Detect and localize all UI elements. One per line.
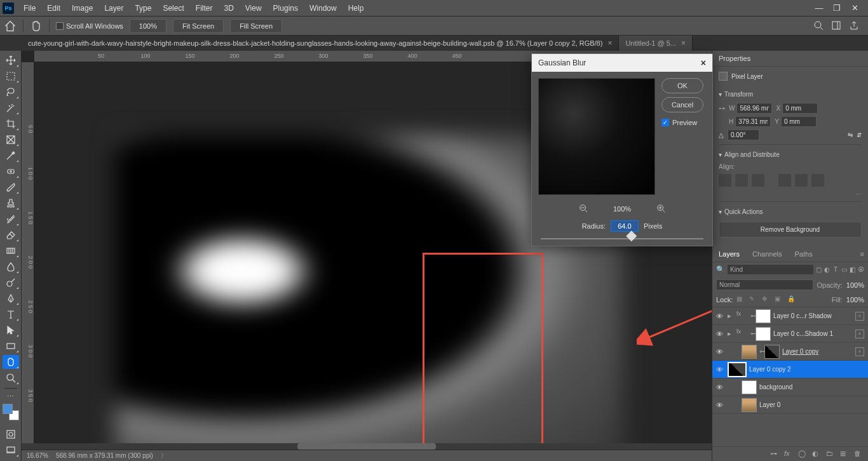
filter-type-icon[interactable]: T	[832, 265, 838, 274]
lock-transparent-icon[interactable]: ▦	[736, 295, 745, 304]
marquee-tool[interactable]	[3, 69, 19, 83]
opacity-value[interactable]: 100%	[846, 281, 864, 289]
flip-h-icon[interactable]: ⇋	[848, 131, 853, 138]
radius-slider[interactable]	[532, 236, 712, 246]
home-icon[interactable]	[4, 20, 17, 32]
wand-tool[interactable]	[3, 101, 19, 115]
share-icon[interactable]	[849, 20, 859, 32]
flip-v-icon[interactable]: ⇵	[857, 131, 862, 138]
rectangle-tool[interactable]	[3, 339, 19, 353]
history-brush-tool[interactable]	[3, 212, 19, 226]
fit-screen-button[interactable]: Fit Screen	[173, 19, 224, 33]
tab-layers[interactable]: Layers	[712, 246, 746, 262]
menu-file[interactable]: File	[18, 1, 41, 15]
transform-section[interactable]: ▾ Transform	[719, 88, 862, 100]
layer-row[interactable]: 👁Layer 0	[712, 396, 868, 414]
dialog-titlebar[interactable]: Gaussian Blur ×	[532, 54, 712, 72]
zoom-in-icon[interactable]	[656, 204, 665, 214]
menu-image[interactable]: Image	[66, 1, 98, 15]
lasso-tool[interactable]	[3, 85, 19, 99]
layer-row[interactable]: 👁⊶Layer 0 copy▫	[712, 343, 868, 361]
ok-button[interactable]: OK	[661, 78, 703, 93]
menu-view[interactable]: View	[240, 1, 268, 15]
y-field[interactable]	[781, 116, 817, 127]
lock-brush-icon[interactable]: ✎	[749, 295, 758, 304]
align-center-v-icon[interactable]	[795, 174, 808, 187]
width-field[interactable]	[736, 103, 772, 114]
fx-icon[interactable]: fx	[784, 450, 793, 458]
brush-tool[interactable]	[3, 180, 19, 194]
more-tools-icon[interactable]: ⋯	[3, 392, 19, 401]
tab-paths[interactable]: Paths	[789, 246, 819, 262]
menu-help[interactable]: Help	[342, 1, 370, 15]
group-icon[interactable]: 🗀	[826, 450, 835, 458]
menu-select[interactable]: Select	[157, 1, 189, 15]
close-tab-icon[interactable]: ×	[607, 39, 612, 48]
properties-header[interactable]: Properties	[712, 51, 868, 67]
close-icon[interactable]: ✕	[850, 4, 859, 13]
visibility-icon[interactable]: 👁	[716, 330, 725, 338]
type-tool[interactable]	[3, 307, 19, 321]
horizontal-scrollbar[interactable]	[22, 443, 712, 450]
lock-move-icon[interactable]: ✥	[762, 295, 771, 304]
crop-tool[interactable]	[3, 117, 19, 131]
filter-toggle-icon[interactable]: ⦿	[858, 265, 864, 274]
blend-mode-select[interactable]: Normal	[716, 279, 813, 290]
fill-value[interactable]: 100%	[846, 296, 864, 304]
menu-filter[interactable]: Filter	[190, 1, 219, 15]
close-dialog-icon[interactable]: ×	[701, 58, 706, 68]
restore-icon[interactable]: ❐	[832, 4, 841, 13]
filter-shape-icon[interactable]: ▭	[841, 265, 847, 274]
menu-type[interactable]: Type	[129, 1, 157, 15]
quick-actions-section[interactable]: ▾ Quick Actions	[719, 206, 862, 218]
remove-background-button[interactable]: Remove Background	[719, 222, 862, 237]
link-wh-icon[interactable]: ⊶	[719, 105, 725, 112]
layer-row[interactable]: 👁▸fx⊶Layer 0 c...Shadow 1▫	[712, 325, 868, 343]
layer-kind-filter[interactable]	[728, 265, 813, 274]
frame-tool[interactable]	[3, 133, 19, 147]
eyedropper-tool[interactable]	[3, 149, 19, 163]
layer-row[interactable]: 👁▸fx⊶Layer 0 c...r Shadow▫	[712, 307, 868, 325]
status-caret-icon[interactable]: 〉	[161, 451, 167, 460]
dialog-preview-image[interactable]	[538, 78, 655, 195]
x-field[interactable]	[782, 103, 818, 114]
align-top-icon[interactable]	[778, 174, 791, 187]
align-center-h-icon[interactable]	[735, 174, 748, 187]
lock-artboard-icon[interactable]: ▣	[775, 295, 783, 304]
new-layer-icon[interactable]: ⊞	[840, 450, 849, 458]
healing-tool[interactable]	[3, 164, 19, 178]
move-tool[interactable]	[3, 53, 19, 67]
workspace-icon[interactable]	[831, 20, 841, 32]
link-layers-icon[interactable]: ⊶	[770, 450, 779, 458]
visibility-icon[interactable]: 👁	[716, 401, 725, 409]
trash-icon[interactable]: 🗑	[854, 450, 863, 458]
eraser-tool[interactable]	[3, 228, 19, 242]
filter-smart-icon[interactable]: ◧	[850, 265, 855, 274]
preview-checkbox[interactable]: ✓Preview	[661, 119, 703, 126]
visibility-icon[interactable]: 👁	[716, 348, 725, 356]
adjustment-icon[interactable]: ◐	[812, 450, 821, 458]
angle-field[interactable]	[728, 130, 759, 140]
document-tab-active[interactable]: cute-young-girl-with-dark-wavy-hairstyle…	[22, 36, 619, 51]
screen-mode-tool[interactable]	[3, 443, 19, 457]
panel-menu-icon[interactable]: ≡	[857, 246, 868, 262]
gradient-tool[interactable]	[3, 244, 19, 258]
color-swatches[interactable]	[3, 404, 19, 420]
zoom-tool[interactable]	[3, 371, 19, 385]
menu-window[interactable]: Window	[304, 1, 342, 15]
align-left-icon[interactable]	[719, 174, 731, 187]
zoom-level-button[interactable]: 100%	[130, 19, 166, 33]
status-zoom[interactable]: 16.67%	[27, 452, 48, 459]
menu-layer[interactable]: Layer	[98, 1, 129, 15]
lock-all-icon[interactable]: 🔒	[787, 295, 796, 304]
radius-input[interactable]	[611, 220, 639, 232]
align-bottom-icon[interactable]	[811, 174, 824, 187]
pen-tool[interactable]	[3, 291, 19, 305]
more-align-icon[interactable]: ⋯	[719, 190, 862, 197]
search-icon[interactable]: 🔍	[716, 265, 725, 274]
document-tab-inactive[interactable]: Untitled-1 @ 5...×	[619, 36, 693, 51]
zoom-out-icon[interactable]	[579, 204, 588, 214]
path-select-tool[interactable]	[3, 323, 19, 337]
layer-row[interactable]: 👁background	[712, 378, 868, 396]
hand-tool[interactable]	[3, 355, 19, 369]
